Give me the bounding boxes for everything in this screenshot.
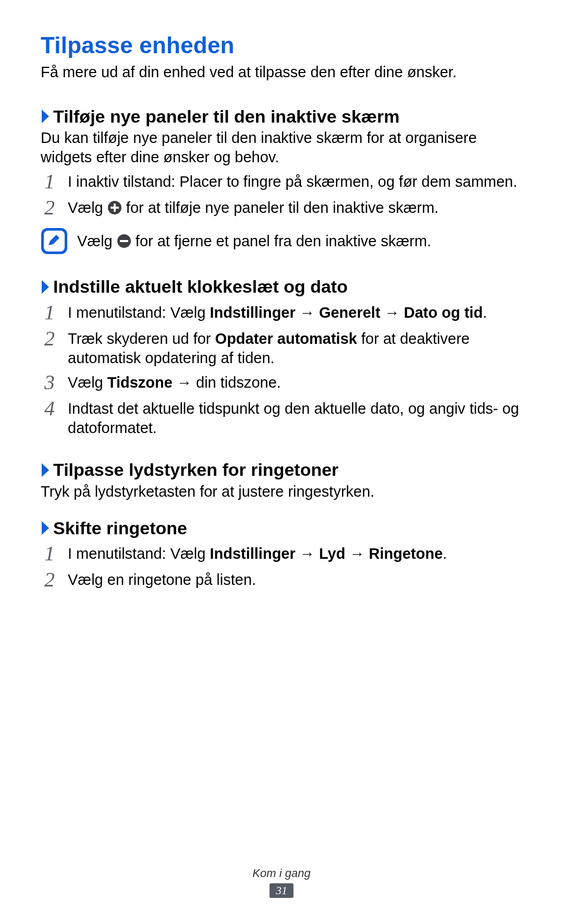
footer-section-label: Kom i gang xyxy=(0,867,563,880)
step-text: Vælg Tidszone → din tidszone. xyxy=(68,373,522,392)
heading-text: Tilføje nye paneler til den inaktive skæ… xyxy=(53,105,400,128)
steps-clock: 1 I menutilstand: Vælg Indstillinger → G… xyxy=(41,303,522,438)
chevron-right-icon xyxy=(41,279,50,295)
step-item: 1 I menutilstand: Vælg Indstillinger → L… xyxy=(41,544,522,565)
chevron-right-icon xyxy=(41,520,50,536)
arrow-text: → xyxy=(345,545,369,562)
bold-text: Dato og tid xyxy=(404,304,483,321)
step-number: 2 xyxy=(41,569,58,590)
chevron-right-icon xyxy=(41,109,50,124)
arrow-text: → xyxy=(296,304,319,321)
steps-panels: 1 I inaktiv tilstand: Placer to fingre p… xyxy=(41,172,522,219)
step-text: I menutilstand: Vælg Indstillinger → Gen… xyxy=(68,303,522,322)
section-heading-clock: Indstille aktuelt klokkeslæt og dato xyxy=(41,275,522,298)
section-heading-ringtone: Skifte ringetone xyxy=(41,517,522,539)
text-part: I menutilstand: Vælg xyxy=(68,545,210,562)
step-text: Træk skyderen ud for Opdater automatisk … xyxy=(68,329,522,368)
note-text: Vælg for at fjerne et panel fra den inak… xyxy=(77,232,522,251)
bold-text: Tidszone xyxy=(107,374,173,391)
step-number: 2 xyxy=(41,328,58,349)
section-heading-panels: Tilføje nye paneler til den inaktive skæ… xyxy=(41,105,522,128)
section-panels: Tilføje nye paneler til den inaktive skæ… xyxy=(41,105,522,255)
step-item: 1 I menutilstand: Vælg Indstillinger → G… xyxy=(41,303,522,324)
step-text: Vælg for at tilføje nye paneler til den … xyxy=(68,198,522,218)
document-page: Tilpasse enheden Få mere ud af din enhed… xyxy=(0,0,563,924)
section-ringtone: Skifte ringetone 1 I menutilstand: Vælg … xyxy=(41,517,522,592)
step-number: 3 xyxy=(41,372,58,393)
steps-ringtone: 1 I menutilstand: Vælg Indstillinger → L… xyxy=(41,544,522,591)
svg-marker-9 xyxy=(42,463,49,477)
plus-circle-icon xyxy=(107,200,122,215)
svg-rect-3 xyxy=(111,207,119,209)
step-number: 4 xyxy=(41,398,58,419)
step-number: 1 xyxy=(41,171,58,192)
step-text: I inaktiv tilstand: Placer to fingre på … xyxy=(68,172,522,191)
section-body-volume: Tryk på lydstyrketasten for at justere r… xyxy=(41,482,522,501)
note-row: Vælg for at fjerne et panel fra den inak… xyxy=(41,227,522,255)
step-text: Indtast det aktuelle tidspunkt og den ak… xyxy=(68,399,522,438)
page-footer: Kom i gang 31 xyxy=(0,867,563,898)
section-heading-volume: Tilpasse lydstyrken for ringetoner xyxy=(41,459,522,481)
text-part: Vælg xyxy=(68,199,107,216)
section-body-panels: Du kan tilføje nye paneler til den inakt… xyxy=(41,128,522,167)
text-part: Træk skyderen ud for xyxy=(68,330,215,347)
arrow-text: → xyxy=(296,545,319,562)
heading-text: Indstille aktuelt klokkeslæt og dato xyxy=(53,275,348,298)
step-item: 2 Træk skyderen ud for Opdater automatis… xyxy=(41,329,522,368)
heading-text: Tilpasse lydstyrken for ringetoner xyxy=(53,459,338,481)
text-part: → din tidszone. xyxy=(173,374,281,391)
step-number: 2 xyxy=(41,197,58,218)
page-number-badge: 31 xyxy=(270,883,293,898)
text-part: . xyxy=(443,545,447,562)
text-part: Vælg xyxy=(77,233,117,249)
text-part: I menutilstand: Vælg xyxy=(68,304,210,321)
step-number: 1 xyxy=(41,302,58,323)
step-text: Vælg en ringetone på listen. xyxy=(68,570,522,590)
svg-rect-7 xyxy=(120,240,128,242)
text-part: for at tilføje nye paneler til den inakt… xyxy=(126,199,439,216)
svg-marker-8 xyxy=(42,280,49,294)
section-volume: Tilpasse lydstyrken for ringetoner Tryk … xyxy=(41,459,522,501)
step-text: I menutilstand: Vælg Indstillinger → Lyd… xyxy=(68,544,522,563)
chevron-right-icon xyxy=(41,462,50,478)
text-part: for at fjerne et panel fra den inaktive … xyxy=(136,233,431,249)
arrow-text: → xyxy=(381,304,404,321)
text-part: Vælg xyxy=(68,374,107,391)
step-item: 2 Vælg en ringetone på listen. xyxy=(41,570,522,591)
bold-text: Indstillinger xyxy=(210,545,295,562)
step-item: 3 Vælg Tidszone → din tidszone. xyxy=(41,373,522,394)
bold-text: Generelt xyxy=(319,304,381,321)
step-item: 4 Indtast det aktuelle tidspunkt og den … xyxy=(41,399,522,438)
step-item: 1 I inaktiv tilstand: Placer to fingre p… xyxy=(41,172,522,193)
text-part: . xyxy=(483,304,487,321)
bold-text: Opdater automatisk xyxy=(215,330,357,347)
bold-text: Indstillinger xyxy=(210,304,295,321)
note-pencil-icon xyxy=(41,227,68,255)
page-title: Tilpasse enheden xyxy=(41,32,522,58)
bold-text: Lyd xyxy=(319,545,345,562)
step-item: 2 Vælg for at tilføje nye paneler til de… xyxy=(41,198,522,219)
bold-text: Ringetone xyxy=(369,545,443,562)
section-clock: Indstille aktuelt klokkeslæt og dato 1 I… xyxy=(41,275,522,438)
intro-text: Få mere ud af din enhed ved at tilpasse … xyxy=(41,63,522,82)
minus-circle-icon xyxy=(117,234,131,248)
step-number: 1 xyxy=(41,543,58,564)
svg-marker-10 xyxy=(42,521,49,535)
svg-marker-0 xyxy=(42,110,49,123)
heading-text: Skifte ringetone xyxy=(53,517,187,539)
